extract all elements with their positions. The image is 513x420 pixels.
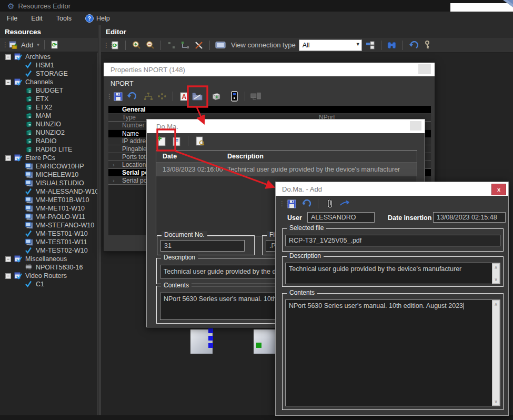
tree-item-label: NUNZIO [36,121,61,128]
refresh-icon[interactable]: ⟳ [49,39,60,50]
close-button[interactable] [418,64,431,74]
scan-send-icon[interactable] [339,198,350,209]
connection-node[interactable] [208,343,213,348]
tree-item-video-routers[interactable]: −Video Routers [0,272,97,280]
add-contents-field[interactable]: NPort 5630 Series user's manual. 10th ed… [285,299,500,406]
tree-item-vm-paolo-w11[interactable]: VM-PAOLO-W11 [0,213,97,221]
close-button[interactable] [410,121,421,131]
find-binoculars-icon[interactable] [387,40,397,51]
monitor-view-icon[interactable] [215,40,226,51]
save-icon[interactable] [286,198,297,209]
tools-cut-icon[interactable] [194,40,204,51]
scroll-down-icon[interactable]: ∨ [492,276,499,283]
tree-item-enricow10hp[interactable]: ENRICOW10HP [0,162,97,171]
key-icon[interactable] [422,40,432,51]
add-document-icon[interactable] [156,136,167,146]
document-list-row[interactable]: 13/08/2023 02:16:00Technical user guide … [156,163,417,176]
close-button[interactable]: x [491,184,506,195]
collapse-box-icon[interactable]: − [5,256,11,262]
select-dropdown-icon[interactable]: ▼ [356,42,360,47]
expand-row-icon[interactable]: › [113,177,115,184]
attach-paperclip-icon[interactable] [325,198,335,209]
selected-file-field[interactable]: RCP-T37_1V25V05_.pdf [285,235,500,246]
tree-item-etere-pcs[interactable]: −Etere PCs [0,154,97,162]
folder-edit-icon[interactable] [192,91,203,102]
tree-item-vm-stefano-w10[interactable]: VM-STEFANO-W10 [0,221,97,229]
tree-item-miscellaneous[interactable]: −Miscellaneous [0,255,97,263]
add-description-field[interactable]: Technical user guide provided by the dev… [285,263,500,284]
description-scrollbar[interactable]: ∧ ∨ [492,263,500,284]
tree-item-budget[interactable]: BUDGET [0,86,97,95]
undo-icon[interactable] [408,40,419,51]
collapse-box-icon[interactable]: − [5,273,11,279]
tree-item-vm-test01-w11[interactable]: VM-TEST01-W11 [0,238,97,246]
scroll-down-icon[interactable]: ∨ [492,398,499,405]
add-dialog-titlebar[interactable]: Do.Ma. - Add x [276,182,508,196]
tree-item-michelew10[interactable]: MICHELEW10 [0,171,97,179]
tree-item-vm-test02-w10[interactable]: VM-TEST02-W10 [0,246,97,255]
tree-item-vm-met01-w10[interactable]: VM-MET01-W10 [0,204,97,213]
contents-scrollbar[interactable]: ∧ ∨ [492,300,500,406]
document-manager-icon[interactable] [211,91,222,102]
contents-label: Contents [161,282,192,289]
tree-item-channels[interactable]: −Channels [0,78,97,86]
column-header-description[interactable]: Description [227,153,264,160]
tree-item-visualstudio[interactable]: VISUALSTUDIO [0,179,97,187]
collapse-box-icon[interactable]: − [5,155,11,161]
menu-edit[interactable]: Edit [24,15,49,22]
zoom-out-icon[interactable] [145,40,155,51]
view-document-icon[interactable] [195,136,205,146]
tree-item-c1[interactable]: C1 [0,280,97,288]
font-report-icon[interactable]: A [178,91,189,102]
properties-titlebar[interactable]: Properties NPORT (148) [104,63,435,76]
scroll-up-icon[interactable]: ∧ [492,264,499,271]
collapse-box-icon[interactable]: − [5,79,11,85]
doma-titlebar[interactable]: Do.Ma. [147,119,425,133]
tile-view-icon[interactable] [365,40,376,51]
add-dropdown-icon[interactable]: ▾ [37,42,39,47]
phone-device-icon[interactable] [229,91,239,102]
tree-item-archives[interactable]: −Archives [0,53,97,61]
add-resource-icon[interactable] [8,39,18,50]
date-insertion-field[interactable]: 13/08/2023 02:15:48 [433,212,506,223]
tree-item-nunzio2[interactable]: NUNZIO2 [0,128,97,137]
tree-item-radio[interactable]: RADIO [0,137,97,145]
user-field[interactable]: ALESSANDRO [307,212,375,223]
date-insertion-label: Date insertion [388,214,431,222]
tree-item-etx2[interactable]: ETX2 [0,103,97,112]
device-shape[interactable] [254,329,277,354]
computer-icon [25,196,33,204]
category-icon [14,78,23,86]
connection-node[interactable] [208,336,213,341]
connector-tool-icon[interactable] [180,40,190,51]
scroll-up-icon[interactable]: ∧ [492,301,499,308]
tree-item-vm-alessand-w10[interactable]: VM-ALESSAND-W10 [0,187,97,196]
connection-node[interactable] [208,328,213,333]
tree-item-nport5630-16[interactable]: NPORT5630-16 [0,263,97,272]
copy-document-icon[interactable] [171,136,182,146]
column-header-date[interactable]: Date [156,153,227,160]
expand-row-icon[interactable]: › [113,162,115,168]
tree-item-storage[interactable]: STORAGE [0,69,97,78]
channel-icon [25,129,33,136]
tree-item-hsm1[interactable]: HSM1 [0,61,97,69]
tree-item-vm-test01-w10[interactable]: VM-TEST01-W10 [0,229,97,238]
zoom-in-icon[interactable] [131,40,142,51]
connection-type-select[interactable]: All ▼ [299,39,362,51]
tree-item-etx[interactable]: ETX [0,95,97,103]
tree-item-nunzio[interactable]: NUNZIO [0,120,97,128]
undo-icon[interactable] [126,91,137,102]
tree-item-vm-met01b-w10[interactable]: VM-MET01B-W10 [0,196,97,204]
undo-icon[interactable] [301,198,311,209]
refresh-view-icon[interactable]: ⟳ [109,40,120,51]
tree-item-radio-lite[interactable]: RADIO LITE [0,145,97,154]
document-no-field[interactable]: 31 [160,240,245,252]
menu-help[interactable]: ? Help [78,14,117,23]
connection-node[interactable] [256,343,261,348]
menu-tools[interactable]: Tools [49,15,78,22]
collapse-box-icon[interactable]: − [5,54,11,60]
tree-item-mam[interactable]: MAM [0,112,97,120]
save-icon[interactable] [113,91,123,102]
menu-file[interactable]: File [0,15,24,22]
add-button[interactable]: Add [21,41,33,49]
